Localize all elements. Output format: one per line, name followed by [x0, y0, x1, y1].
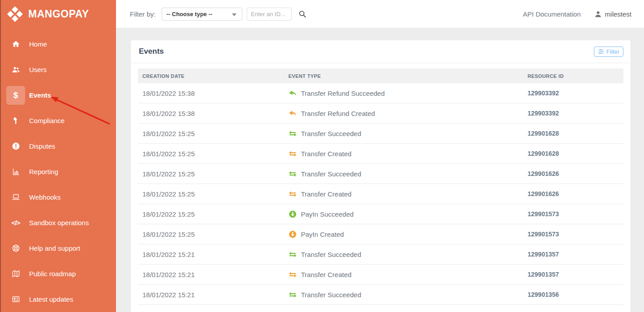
event-type-label: Transfer Succeeded — [301, 291, 361, 299]
resource-id-cell[interactable]: 129901357 — [528, 251, 623, 258]
resource-id-cell[interactable]: 129901573 — [528, 210, 623, 218]
creation-date-cell: 18/01/2022 15:21 — [138, 271, 288, 278]
filter-button[interactable]: Filter — [594, 47, 623, 57]
event-type-cell: Transfer Refund Created — [288, 109, 528, 118]
users-icon — [6, 60, 25, 79]
sidebar-item-events[interactable]: $ Events — [0, 82, 116, 108]
event-type-cell: PayIn Created — [288, 230, 528, 239]
sidebar-item-label: Sandbox operations — [29, 219, 89, 227]
resource-id-cell[interactable]: 129903392 — [528, 110, 623, 117]
sidebar-item-home[interactable]: Home — [0, 31, 116, 57]
chevron-down-icon — [232, 13, 236, 16]
resource-id-cell[interactable]: 129901573 — [528, 231, 623, 238]
filter-button-label: Filter — [606, 48, 619, 55]
table-row[interactable]: 18/01/2022 15:25 Transfer Created 129901… — [138, 144, 623, 164]
topbar: Filter by: -- Choose type -- API Documen… — [116, 0, 644, 28]
table-row[interactable]: 18/01/2022 15:25 Transfer Succeeded 1299… — [138, 124, 623, 144]
event-type-label: Transfer Created — [301, 271, 352, 278]
table-row[interactable]: 18/01/2022 15:25 PayIn Created 129901573 — [138, 224, 623, 244]
search-button[interactable] — [297, 8, 309, 20]
transfer-icon — [288, 129, 297, 138]
table-row[interactable]: 18/01/2022 15:21 Transfer Succeeded 1299… — [138, 244, 623, 265]
creation-date-cell: 18/01/2022 15:21 — [138, 251, 288, 258]
sidebar-item-webhooks[interactable]: Webhooks — [0, 184, 116, 210]
alert-icon — [6, 137, 25, 156]
table-header-row: Creation date Event type Resource ID — [138, 68, 623, 83]
table-row[interactable]: 18/01/2022 15:38 Transfer Refund Succeed… — [138, 83, 623, 103]
sidebar-item-label: Compliance — [29, 117, 64, 124]
column-header-resource-id: Resource ID — [528, 73, 623, 79]
event-type-cell: Transfer Succeeded — [288, 250, 528, 259]
page-title: Events — [139, 47, 164, 56]
sidebar-item-latest-updates[interactable]: Latest updates — [0, 286, 116, 312]
transfer-icon — [288, 270, 297, 279]
sidebar-item-label: Help and support — [29, 244, 80, 252]
sidebar-item-users[interactable]: Users — [0, 57, 116, 82]
resource-id-cell[interactable]: 129901626 — [528, 170, 623, 177]
resource-id-cell[interactable]: 129901356 — [528, 291, 623, 298]
event-type-select[interactable]: -- Choose type -- — [162, 8, 242, 21]
sidebar-item-help-and-support[interactable]: Help and support — [0, 235, 116, 261]
event-type-cell: PayIn Succeeded — [288, 210, 528, 218]
table-body: 18/01/2022 15:38 Transfer Refund Succeed… — [138, 83, 623, 312]
sidebar-item-label: Latest updates — [29, 295, 73, 303]
event-type-cell: Transfer Refund Succeeded — [288, 89, 528, 98]
table-row[interactable]: 18/01/2022 15:21 Transfer Created 129901… — [138, 265, 623, 285]
sidebar-item-compliance[interactable]: Compliance — [0, 108, 116, 133]
refund-icon — [288, 89, 297, 98]
transfer-icon — [288, 250, 297, 259]
user-menu[interactable]: milestest — [594, 10, 631, 18]
main-content: Events Filter — [116, 28, 644, 312]
transfer-icon — [288, 291, 297, 299]
resource-id-cell[interactable]: 129901628 — [528, 130, 623, 137]
event-type-cell: Transfer Created — [288, 190, 528, 198]
creation-date-cell: 18/01/2022 15:38 — [138, 90, 288, 97]
creation-date-cell: 18/01/2022 15:25 — [138, 210, 288, 218]
logo[interactable]: MANGOPAY — [0, 0, 116, 28]
sidebar-item-label: Reporting — [29, 168, 58, 175]
table-row[interactable]: 18/01/2022 15:21 Transfer Created 129901… — [138, 305, 623, 312]
resource-id-cell[interactable]: 129903392 — [528, 90, 623, 97]
creation-date-cell: 18/01/2022 15:38 — [138, 110, 288, 117]
payin-icon — [288, 230, 297, 239]
sidebar-item-label: Public roadmap — [29, 270, 76, 278]
home-icon — [6, 35, 25, 54]
event-type-label: Transfer Succeeded — [301, 170, 361, 178]
table-row[interactable]: 18/01/2022 15:25 PayIn Succeeded 1299015… — [138, 204, 623, 224]
sidebar-item-label: Webhooks — [29, 193, 61, 201]
brand-name: MANGOPAY — [28, 8, 89, 20]
table-row[interactable]: 18/01/2022 15:25 Transfer Succeeded 1299… — [138, 164, 623, 184]
column-header-creation-date: Creation date — [138, 73, 288, 79]
refund-icon — [288, 109, 297, 118]
event-type-label: Transfer Refund Created — [301, 110, 375, 117]
transfer-icon — [288, 170, 297, 178]
gavel-icon — [6, 111, 25, 130]
sidebar-item-label: Users — [29, 66, 47, 73]
resource-id-cell[interactable]: 129901628 — [528, 150, 623, 157]
sliders-icon — [598, 48, 604, 55]
resource-id-cell[interactable]: 129901357 — [528, 271, 623, 278]
resource-id-cell[interactable]: 129901626 — [528, 190, 623, 197]
event-type-cell: Transfer Succeeded — [288, 291, 528, 299]
sidebar-item-label: Home — [29, 40, 47, 48]
chart-icon — [6, 162, 25, 181]
api-documentation-link[interactable]: API Documentation — [523, 10, 581, 18]
event-type-select-value: -- Choose type -- — [167, 11, 213, 17]
user-icon — [594, 10, 602, 18]
event-type-cell: Transfer Created — [288, 150, 528, 158]
sidebar-item-reporting[interactable]: Reporting — [0, 159, 116, 184]
event-type-label: Transfer Created — [301, 190, 352, 198]
table-row[interactable]: 18/01/2022 15:25 Transfer Created 129901… — [138, 184, 623, 204]
transfer-icon — [288, 190, 297, 198]
sidebar-item-sandbox-operations[interactable]: </> Sandbox operations — [0, 210, 116, 235]
username: milestest — [605, 10, 631, 18]
id-search-input[interactable] — [247, 8, 292, 21]
table-row[interactable]: 18/01/2022 15:38 Transfer Refund Created… — [138, 103, 623, 124]
payin-icon — [288, 210, 297, 218]
sidebar-item-disputes[interactable]: Disputes — [0, 133, 116, 159]
app-window: MANGOPAY Home Users $ Events Compliance … — [0, 0, 644, 312]
sidebar-item-public-roadmap[interactable]: Public roadmap — [0, 261, 116, 286]
sidebar: MANGOPAY Home Users $ Events Compliance … — [0, 0, 116, 312]
table-row[interactable]: 18/01/2022 15:21 Transfer Succeeded 1299… — [138, 285, 623, 305]
search-icon — [298, 10, 307, 18]
